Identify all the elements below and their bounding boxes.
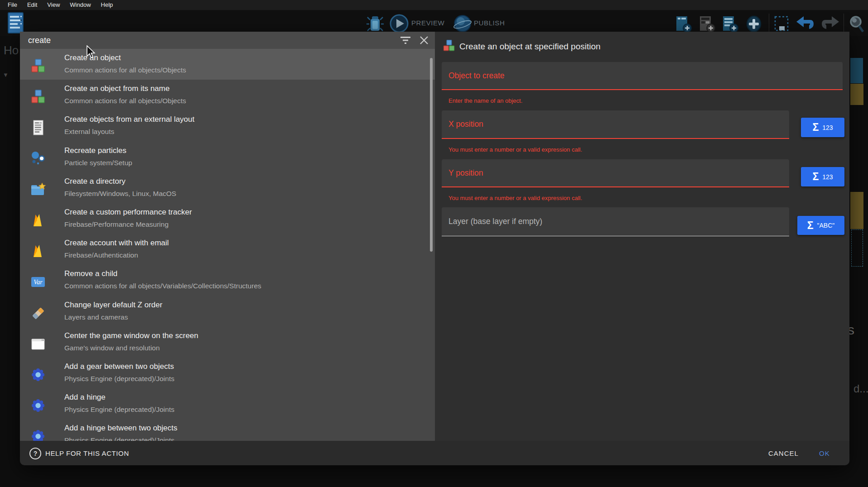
result-title: Center the game window on the screen <box>64 331 198 340</box>
layer-field[interactable]: Layer (base layer if empty) <box>442 207 789 236</box>
project-manager-icon[interactable] <box>7 12 24 34</box>
search-result-item[interactable]: VarRemove a childCommon actions for all … <box>20 265 435 296</box>
expression-type-label: 123 <box>822 124 833 131</box>
publish-globe-icon[interactable] <box>453 14 472 33</box>
y-position-expression-button[interactable]: Σ123 <box>801 167 844 186</box>
search-result-item[interactable]: Create an object from its nameCommon act… <box>20 80 435 110</box>
result-subtitle: Common actions for all objects/Objects <box>64 97 186 105</box>
result-subtitle: External layouts <box>64 128 114 136</box>
result-subtitle: Layers and cameras <box>64 313 128 321</box>
help-icon: ? <box>29 448 41 459</box>
field-label: Y position <box>448 159 483 186</box>
scene-object-fragment <box>850 84 863 105</box>
result-subtitle: Common actions for all objects/Objects <box>64 66 186 74</box>
object-to-create-field[interactable]: Object to create <box>442 62 843 90</box>
field-label: Object to create <box>448 62 505 89</box>
search-result-item[interactable]: Create a custom performance trackerFireb… <box>20 203 435 234</box>
firebase-icon <box>30 212 46 229</box>
menu-item-help[interactable]: Help <box>96 0 118 10</box>
search-result-item[interactable]: Center the game window on the screenGame… <box>20 327 435 358</box>
sigma-icon: Σ <box>812 122 819 133</box>
results-scrollbar[interactable] <box>430 58 433 252</box>
toolbar-divider <box>844 14 844 33</box>
result-title: Change layer default Z order <box>64 301 162 310</box>
cancel-button[interactable]: CANCEL <box>768 441 799 465</box>
search-result-item[interactable]: Add a gear between two objectsPhysics En… <box>20 358 435 388</box>
add-external-layout-icon[interactable] <box>722 15 738 33</box>
eraser-icon <box>30 305 46 321</box>
toolbar-divider <box>769 14 769 33</box>
expression-type-label: "ABC" <box>817 222 835 229</box>
search-results-list: Create an objectCommon actions for all o… <box>20 49 435 441</box>
close-icon[interactable] <box>419 35 429 46</box>
search-result-item[interactable]: Change layer default Z orderLayers and c… <box>20 296 435 327</box>
search-result-item[interactable]: Create an objectCommon actions for all o… <box>20 49 435 80</box>
field-label: X position <box>448 110 483 138</box>
result-subtitle: Firebase/Performance Measuring <box>64 220 169 229</box>
svg-text:Var: Var <box>34 279 43 286</box>
add-scene-icon[interactable] <box>675 15 692 33</box>
y-position-field[interactable]: Y position <box>442 159 789 187</box>
result-title: Remove a child <box>64 269 117 278</box>
scene-selection-fragment <box>851 229 863 267</box>
result-subtitle: Common actions for all objects/Variables… <box>64 282 261 290</box>
add-external-events-icon[interactable] <box>699 15 715 33</box>
result-subtitle: Particle system/Setup <box>64 159 132 167</box>
edit-selection-icon[interactable] <box>774 15 790 33</box>
result-title: Create a directory <box>64 177 125 186</box>
search-result-item[interactable]: Create account with with emailFirebase/A… <box>20 234 435 265</box>
search-result-item[interactable]: Add a hinge between two objectsPhysics E… <box>20 419 435 441</box>
scene-object-fragment <box>850 192 863 229</box>
dialog-footer: ? HELP FOR THIS ACTION CANCEL OK <box>20 441 849 465</box>
menu-item-file[interactable]: File <box>3 0 22 10</box>
help-button[interactable]: HELP FOR THIS ACTION <box>45 441 129 465</box>
search-result-item[interactable]: Add a hingePhysics Engine (deprecated)/J… <box>20 388 435 419</box>
scene-scrollbar-fragment <box>850 58 863 83</box>
search-icon[interactable] <box>849 15 864 33</box>
ok-button[interactable]: OK <box>819 441 830 465</box>
debug-icon[interactable] <box>366 14 384 33</box>
search-result-item[interactable]: Create a directoryFilesystem/Windows, Li… <box>20 172 435 203</box>
action-editor-panel: Create an object at specified position O… <box>435 32 849 441</box>
objects-icon <box>442 39 456 53</box>
result-subtitle: Filesystem/Windows, Linux, MacOS <box>64 190 176 198</box>
expression-type-label: 123 <box>822 173 833 181</box>
firebase-icon <box>30 243 46 259</box>
result-subtitle: Physics Engine (deprecated)/Joints <box>64 436 174 441</box>
instruction-editor-dialog: Create an objectCommon actions for all o… <box>20 32 849 465</box>
field-helper-text: You must enter a number or a valid expre… <box>448 146 582 153</box>
result-subtitle: Physics Engine (deprecated)/Joints <box>64 375 174 383</box>
search-bar <box>20 32 435 49</box>
objects-icon <box>30 58 46 74</box>
menu-item-window[interactable]: Window <box>65 0 96 10</box>
field-helper-text: You must enter a number or a valid expre… <box>448 195 582 201</box>
result-title: Add a gear between two objects <box>64 362 174 371</box>
particles-icon <box>30 151 46 167</box>
result-title: Add a hinge between two objects <box>64 424 178 433</box>
redo-icon[interactable] <box>821 16 839 32</box>
filter-icon[interactable] <box>400 35 411 45</box>
physics-joint-icon <box>30 428 46 441</box>
result-title: Create an object from its name <box>64 84 169 93</box>
search-result-item[interactable]: Recreate particlesParticle system/Setup <box>20 142 435 172</box>
preview-play-icon[interactable] <box>390 14 409 33</box>
result-subtitle: Game's window and resolution <box>64 344 160 352</box>
objects-panel-partial-text: d... <box>854 382 868 395</box>
search-input[interactable] <box>25 32 345 49</box>
field-helper-text: Enter the name of an object. <box>448 97 522 104</box>
undo-icon[interactable] <box>796 16 815 32</box>
layer-expression-button[interactable]: Σ"ABC" <box>797 216 844 235</box>
chevron-down-icon: ▼ <box>3 72 9 78</box>
sigma-icon: Σ <box>807 220 814 231</box>
result-title: Create account with with email <box>64 239 169 248</box>
menu-item-view[interactable]: View <box>42 0 65 10</box>
x-position-expression-button[interactable]: Σ123 <box>801 118 844 137</box>
search-result-item[interactable]: Create objects from an external layoutEx… <box>20 110 435 141</box>
menu-item-edit[interactable]: Edit <box>22 0 42 10</box>
physics-joint-icon <box>30 397 46 414</box>
result-title: Add a hinge <box>64 393 106 402</box>
field-label: Layer (base layer if empty) <box>448 207 542 236</box>
add-extension-icon[interactable] <box>745 15 762 33</box>
x-position-field[interactable]: X position <box>442 110 789 139</box>
sigma-icon: Σ <box>812 172 819 182</box>
